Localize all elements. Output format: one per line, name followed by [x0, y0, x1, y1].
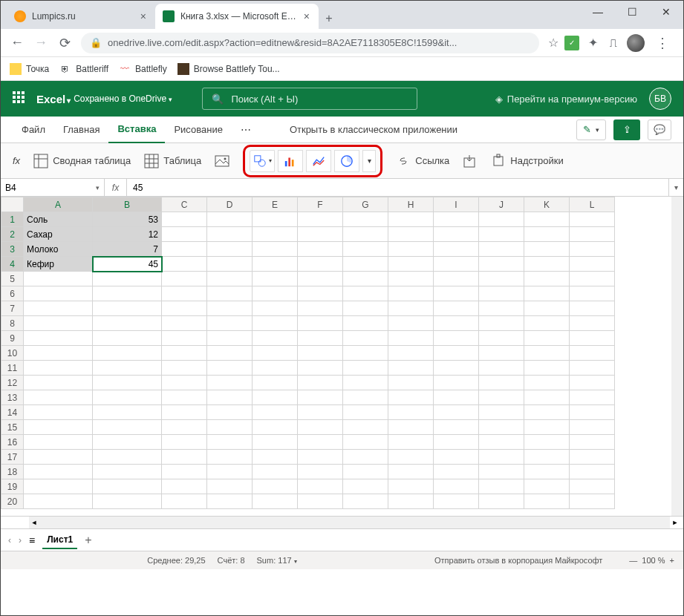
cell[interactable]: [207, 286, 253, 301]
cell[interactable]: [207, 376, 253, 390]
cell[interactable]: [388, 376, 434, 390]
close-icon[interactable]: ×: [140, 10, 146, 22]
column-header[interactable]: I: [434, 197, 479, 212]
cell[interactable]: [570, 346, 615, 361]
row-header[interactable]: 7: [1, 301, 24, 316]
cell[interactable]: [162, 286, 207, 301]
cell[interactable]: [388, 272, 434, 286]
app-name[interactable]: Excel▾: [36, 93, 71, 105]
cell[interactable]: [479, 376, 524, 390]
cell[interactable]: [343, 376, 388, 390]
cell[interactable]: [343, 212, 388, 227]
sheet-prev-button[interactable]: ‹: [8, 535, 11, 545]
cell[interactable]: [343, 494, 388, 509]
cell[interactable]: [162, 242, 207, 257]
cell[interactable]: [434, 331, 479, 346]
cell[interactable]: [162, 316, 207, 331]
cell[interactable]: [253, 420, 298, 435]
cell[interactable]: [479, 257, 524, 272]
cell[interactable]: [162, 361, 207, 376]
cell[interactable]: [24, 390, 93, 405]
cell[interactable]: [253, 212, 298, 227]
cell[interactable]: [207, 301, 253, 316]
back-button[interactable]: ←: [5, 31, 29, 55]
cell[interactable]: [93, 346, 162, 361]
cell[interactable]: [253, 479, 298, 494]
cell[interactable]: [298, 346, 343, 361]
cell[interactable]: [343, 465, 388, 479]
cell[interactable]: [298, 331, 343, 346]
cell[interactable]: [93, 405, 162, 420]
cell[interactable]: [479, 494, 524, 509]
zoom-in-button[interactable]: +: [670, 556, 674, 565]
forward-button[interactable]: →: [29, 31, 53, 55]
cell[interactable]: [24, 450, 93, 465]
cell[interactable]: [298, 494, 343, 509]
cell[interactable]: [24, 420, 93, 435]
cell[interactable]: [479, 301, 524, 316]
sheet-tab[interactable]: Лист1: [42, 531, 77, 549]
cell[interactable]: [162, 331, 207, 346]
row-header[interactable]: 18: [1, 465, 24, 479]
cell[interactable]: [479, 465, 524, 479]
cell[interactable]: [524, 301, 570, 316]
cell[interactable]: [343, 257, 388, 272]
bookmark-item[interactable]: Точка: [10, 63, 49, 75]
cell[interactable]: [343, 450, 388, 465]
cell[interactable]: [162, 257, 207, 272]
cell[interactable]: [24, 465, 93, 479]
cell[interactable]: [162, 212, 207, 227]
cell[interactable]: [388, 479, 434, 494]
cell[interactable]: [253, 435, 298, 450]
cell[interactable]: [570, 465, 615, 479]
column-header[interactable]: K: [524, 197, 570, 212]
cell[interactable]: [434, 479, 479, 494]
cell[interactable]: [524, 361, 570, 376]
cell[interactable]: [388, 361, 434, 376]
cell[interactable]: [570, 242, 615, 257]
row-header[interactable]: 19: [1, 479, 24, 494]
cell[interactable]: [343, 479, 388, 494]
office-addin-button[interactable]: [463, 154, 478, 168]
horizontal-scrollbar[interactable]: ◄ ►: [1, 516, 683, 529]
cell[interactable]: [343, 242, 388, 257]
cell[interactable]: [524, 212, 570, 227]
cell[interactable]: [434, 390, 479, 405]
cell[interactable]: [570, 212, 615, 227]
shapes-button[interactable]: ▾: [250, 150, 275, 172]
cell[interactable]: [388, 494, 434, 509]
cell[interactable]: [24, 479, 93, 494]
cell[interactable]: [24, 494, 93, 509]
cell[interactable]: [298, 405, 343, 420]
cell[interactable]: [388, 227, 434, 242]
cell[interactable]: [207, 450, 253, 465]
cell[interactable]: 53: [93, 212, 162, 227]
row-header[interactable]: 13: [1, 390, 24, 405]
cell[interactable]: [479, 420, 524, 435]
cell[interactable]: [388, 435, 434, 450]
picture-button[interactable]: [215, 154, 229, 168]
cell[interactable]: [388, 465, 434, 479]
tab-more[interactable]: ⋯: [232, 117, 260, 143]
cell[interactable]: [479, 212, 524, 227]
profile-avatar[interactable]: [627, 34, 645, 52]
cell[interactable]: [93, 331, 162, 346]
cell[interactable]: [388, 420, 434, 435]
cell[interactable]: [93, 479, 162, 494]
cell[interactable]: [524, 465, 570, 479]
cell[interactable]: [93, 286, 162, 301]
cell[interactable]: [434, 227, 479, 242]
cell[interactable]: [479, 390, 524, 405]
cell[interactable]: [253, 465, 298, 479]
cell[interactable]: [207, 346, 253, 361]
menu-icon[interactable]: ⋮: [651, 31, 674, 55]
cell[interactable]: [162, 301, 207, 316]
window-maximize-button[interactable]: ☐: [615, 1, 649, 23]
zoom-control[interactable]: — 100 % +: [629, 556, 674, 565]
window-close-button[interactable]: ✕: [649, 1, 683, 23]
row-header[interactable]: 5: [1, 272, 24, 286]
window-minimize-button[interactable]: —: [581, 1, 615, 23]
cell[interactable]: [570, 420, 615, 435]
all-sheets-button[interactable]: ≡: [29, 534, 35, 546]
cell[interactable]: [434, 272, 479, 286]
